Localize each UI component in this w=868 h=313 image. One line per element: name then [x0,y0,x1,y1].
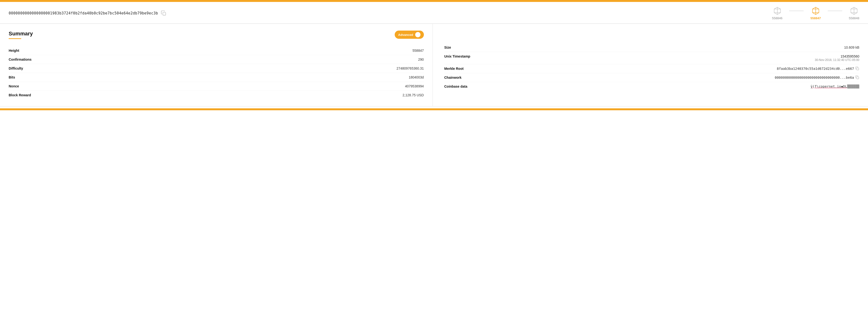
block-cube-icon-prev [773,6,782,15]
right-panel: Size 10.609 kB Unix Timestamp 1543595560… [433,24,868,106]
merkle-root-value-block: 8faab3ba1240370c55a1d672d234cd0...e667 [777,67,859,71]
timestamp-sub: 30-Nov-2018, 11:32:40 UTC-05:00 [815,58,859,62]
summary-header: Summary Advanced [9,31,424,45]
row-size: Size 10.609 kB [444,43,860,52]
header-section: 0000000000000000001983b3724f0b2fda40b0c9… [0,2,868,24]
summary-title-block: Summary [9,31,33,45]
merkle-root-label: Merkle Root [444,67,483,71]
chainwork-value-block: 00000000000000000000000000000000...be6a [775,76,859,79]
difficulty-value: 274809765360.31 [397,66,424,70]
height-label: Height [9,49,47,53]
bits-value: 1804003d [409,75,424,79]
confirmations-value: 290 [418,58,424,61]
height-value: 558847 [412,49,424,53]
copy-merkle-button[interactable] [856,67,859,71]
block-navigation: 558846 558847 [772,6,859,20]
advanced-label: Advanced [398,33,413,37]
block-cube-icon-next [849,6,859,15]
toggle-circle-icon [415,32,421,37]
size-value: 10.609 kB [844,45,859,49]
nonce-value: 4079538994 [405,84,424,88]
hash-row: 0000000000000000001983b3724f0b2fda40b0c9… [9,10,166,16]
difficulty-label: Difficulty [9,66,47,70]
bottom-divider [0,106,868,106]
row-timestamp: Unix Timestamp 1543595560 30-Nov-2018, 1… [444,52,860,64]
nonce-label: Nonce [9,84,47,88]
row-confirmations: Confirmations 290 [9,55,424,64]
nav-arrow-right [828,10,842,11]
main-content: Summary Advanced Height 558847 Confirmat… [0,24,868,106]
row-chainwork: Chainwork 000000000000000000000000000000… [444,73,860,82]
svg-rect-14 [857,77,859,79]
coinbase-value: ÿ(f\copernet.io◆DL▒▒▒▒▒▒ [811,84,859,89]
svg-rect-13 [857,68,859,70]
right-panel-inner: Size 10.609 kB Unix Timestamp 1543595560… [444,31,860,91]
chainwork-label: Chainwork [444,76,483,79]
summary-title: Summary [9,31,33,37]
coinbase-value-block: ÿ(f\copernet.io◆DL▒▒▒▒▒▒ [811,84,859,89]
block-nav-next[interactable]: 558848 [849,6,859,20]
block-nav-current[interactable]: 558847 [810,6,821,20]
row-height: Height 558847 [9,46,424,55]
summary-underline [9,38,21,39]
copy-hash-button[interactable] [161,10,166,16]
top-bar [0,0,868,2]
bits-label: Bits [9,75,47,79]
svg-rect-0 [163,12,166,15]
merkle-root-value: 8faab3ba1240370c55a1d672d234cd0...e667 [777,67,854,71]
chainwork-value: 00000000000000000000000000000000...be6a [775,76,854,79]
block-num-prev: 558846 [772,16,782,20]
timestamp-value: 1543595560 [815,55,859,58]
size-label: Size [444,45,483,49]
row-coinbase: Coinbase data ÿ(f\copernet.io◆DL▒▒▒▒▒▒ [444,82,860,91]
bottom-bar [0,108,868,110]
size-value-block: 10.609 kB [844,45,859,49]
left-panel: Summary Advanced Height 558847 Confirmat… [0,24,433,106]
block-hash: 0000000000000000001983b3724f0b2fda40b0c9… [9,11,158,15]
nav-arrow-left [789,10,804,11]
block-num-current: 558847 [810,16,821,20]
coinbase-label: Coinbase data [444,84,483,89]
confirmations-label: Confirmations [9,58,47,61]
block-cube-icon-current [811,6,820,15]
advanced-toggle-button[interactable]: Advanced [395,31,424,39]
row-difficulty: Difficulty 274809765360.31 [9,64,424,73]
block-nav-prev[interactable]: 558846 [772,6,782,20]
row-merkle-root: Merkle Root 8faab3ba1240370c55a1d672d234… [444,64,860,73]
block-num-next: 558848 [849,16,859,20]
block-reward-value: 2,128.75 USD [403,93,424,97]
timestamp-value-block: 1543595560 30-Nov-2018, 11:32:40 UTC-05:… [815,55,859,62]
row-bits: Bits 1804003d [9,73,424,82]
row-nonce: Nonce 4079538994 [9,82,424,91]
timestamp-label: Unix Timestamp [444,55,483,58]
block-reward-label: Block Reward [9,93,47,97]
copy-chainwork-button[interactable] [856,76,859,79]
row-block-reward: Block Reward 2,128.75 USD [9,91,424,99]
